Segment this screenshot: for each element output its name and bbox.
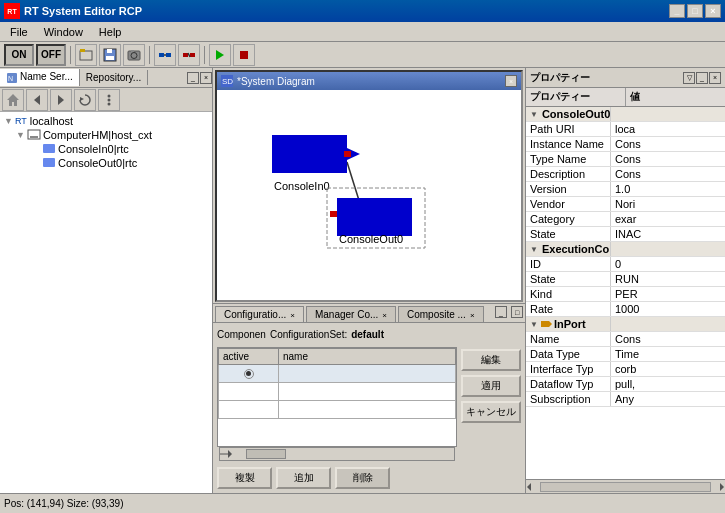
group-consoleout0-val bbox=[611, 107, 725, 121]
left-panel-close[interactable]: × bbox=[200, 72, 212, 84]
props-scrollbar[interactable] bbox=[526, 479, 725, 493]
tab-manager-close[interactable]: × bbox=[382, 311, 387, 320]
stop-button[interactable] bbox=[233, 44, 255, 66]
val-instance-name: Cons bbox=[611, 137, 725, 151]
props-title: プロパティー bbox=[530, 71, 682, 85]
val-version: 1.0 bbox=[611, 182, 725, 196]
back-button[interactable] bbox=[26, 89, 48, 111]
name-cell[interactable] bbox=[279, 365, 456, 383]
svg-rect-15 bbox=[240, 51, 248, 59]
props-row-ec-rate: Rate 1000 bbox=[526, 302, 725, 317]
config-row-2[interactable] bbox=[219, 383, 456, 401]
tree-view[interactable]: ▼ RT localhost ▼ ComputerHM|host_cxt Con… bbox=[0, 112, 212, 493]
status-text: Pos: (141,94) Size: (93,39) bbox=[4, 498, 124, 509]
scrollbar-thumb[interactable] bbox=[246, 449, 286, 459]
duplicate-button[interactable]: 複製 bbox=[217, 467, 272, 489]
props-row-ec-state: State RUN bbox=[526, 272, 725, 287]
svg-rect-11 bbox=[183, 53, 188, 57]
name-cell-3[interactable] bbox=[279, 401, 456, 419]
props-row-state: State INAC bbox=[526, 227, 725, 242]
svg-rect-45 bbox=[541, 321, 549, 327]
props-group-inport[interactable]: ▼ InPort bbox=[526, 317, 725, 332]
config-scrollbar[interactable] bbox=[219, 447, 455, 461]
key-type-name: Type Name bbox=[526, 152, 611, 166]
config-table-row[interactable] bbox=[219, 365, 456, 383]
props-row-desc: Description Cons bbox=[526, 167, 725, 182]
tab-repository[interactable]: Repository... bbox=[80, 70, 148, 85]
diagram-canvas[interactable]: ConsoleIn0 ConsoleOut0 bbox=[217, 90, 521, 300]
svg-rect-9 bbox=[166, 53, 171, 57]
svg-rect-33 bbox=[272, 135, 347, 173]
config-max[interactable]: □ bbox=[511, 306, 523, 318]
home-button[interactable] bbox=[2, 89, 24, 111]
diagram-title: *System Diagram bbox=[237, 76, 504, 87]
col-name: name bbox=[279, 349, 456, 365]
props-row-version: Version 1.0 bbox=[526, 182, 725, 197]
props-header: プロパティー ▽ _ × bbox=[526, 68, 725, 88]
key-version: Version bbox=[526, 182, 611, 196]
menu-help[interactable]: Help bbox=[91, 24, 130, 40]
tab-manager-config[interactable]: Manager Co...× bbox=[306, 306, 396, 322]
props-close[interactable]: × bbox=[709, 72, 721, 84]
apply-button[interactable]: 適用 bbox=[461, 375, 521, 397]
left-panel-minimize[interactable]: _ bbox=[187, 72, 199, 84]
connect-button[interactable] bbox=[154, 44, 176, 66]
tab-name-service[interactable]: NName Ser... bbox=[0, 69, 80, 85]
val-ec-state: RUN bbox=[611, 272, 725, 286]
menu-window[interactable]: Window bbox=[36, 24, 91, 40]
start-button[interactable] bbox=[209, 44, 231, 66]
props-group-consoleout0[interactable]: ▼ ConsoleOut0 bbox=[526, 107, 725, 122]
diagram-close-icon[interactable]: × bbox=[505, 75, 517, 87]
group-inport-val bbox=[611, 317, 725, 331]
tree-root[interactable]: ▼ RT localhost bbox=[2, 114, 210, 128]
edit-button[interactable]: 編集 bbox=[461, 349, 521, 371]
key-subscription: Subscription bbox=[526, 392, 611, 406]
props-row-ec-kind: Kind PER bbox=[526, 287, 725, 302]
tree-localhost[interactable]: ▼ ComputerHM|host_cxt bbox=[14, 128, 210, 142]
statusbar: Pos: (141,94) Size: (93,39) bbox=[0, 493, 725, 513]
minimize-button[interactable]: _ bbox=[669, 4, 685, 18]
tree-console-out[interactable]: ConsoleOut0|rtc bbox=[30, 156, 210, 170]
props-row-iface-type: Interface Typ corb bbox=[526, 362, 725, 377]
add-button[interactable]: 追加 bbox=[276, 467, 331, 489]
config-table[interactable]: active name bbox=[217, 347, 457, 447]
refresh-button[interactable] bbox=[74, 89, 96, 111]
close-button[interactable]: × bbox=[705, 4, 721, 18]
tree-console-out-label: ConsoleOut0|rtc bbox=[58, 157, 137, 169]
config-row-3[interactable] bbox=[219, 401, 456, 419]
val-ec-rate: 1000 bbox=[611, 302, 725, 316]
window-controls[interactable]: _ □ × bbox=[669, 4, 721, 18]
props-row-instance-name: Instance Name Cons bbox=[526, 137, 725, 152]
cancel-button[interactable]: キャンセル bbox=[461, 401, 521, 423]
maximize-button[interactable]: □ bbox=[687, 4, 703, 18]
props-minimize2[interactable]: _ bbox=[696, 72, 708, 84]
tree-console-in[interactable]: ConsoleIn0|rtc bbox=[30, 142, 210, 156]
forward-button[interactable] bbox=[50, 89, 72, 111]
val-path-uri: loca bbox=[611, 122, 725, 136]
more-button[interactable] bbox=[98, 89, 120, 111]
props-group-execctx[interactable]: ▼ ExecutionContex... bbox=[526, 242, 725, 257]
tab-configuration[interactable]: Configuratio...× bbox=[215, 306, 304, 322]
config-set-value: default bbox=[351, 329, 384, 340]
tab-composite-close[interactable]: × bbox=[470, 311, 475, 320]
open-button[interactable] bbox=[75, 44, 97, 66]
delete-button[interactable]: 削除 bbox=[335, 467, 390, 489]
props-row-subscription: Subscription Any bbox=[526, 392, 725, 407]
tab-composite[interactable]: Composite ...× bbox=[398, 306, 484, 322]
camera-button[interactable] bbox=[123, 44, 145, 66]
off-toggle[interactable]: OFF bbox=[36, 44, 66, 66]
props-row-vendor: Vendor Nori bbox=[526, 197, 725, 212]
svg-rect-4 bbox=[107, 49, 112, 53]
key-instance-name: Instance Name bbox=[526, 137, 611, 151]
save-button[interactable] bbox=[99, 44, 121, 66]
svg-rect-37 bbox=[330, 211, 337, 217]
props-minimize[interactable]: ▽ bbox=[683, 72, 695, 84]
disconnect-button[interactable] bbox=[178, 44, 200, 66]
radio-button[interactable] bbox=[244, 369, 254, 379]
menu-file[interactable]: File bbox=[2, 24, 36, 40]
component-label: Componen bbox=[217, 329, 266, 340]
name-cell-2[interactable] bbox=[279, 383, 456, 401]
tab-config-close[interactable]: × bbox=[290, 311, 295, 320]
on-toggle[interactable]: ON bbox=[4, 44, 34, 66]
config-minimize[interactable]: _ bbox=[495, 306, 507, 318]
